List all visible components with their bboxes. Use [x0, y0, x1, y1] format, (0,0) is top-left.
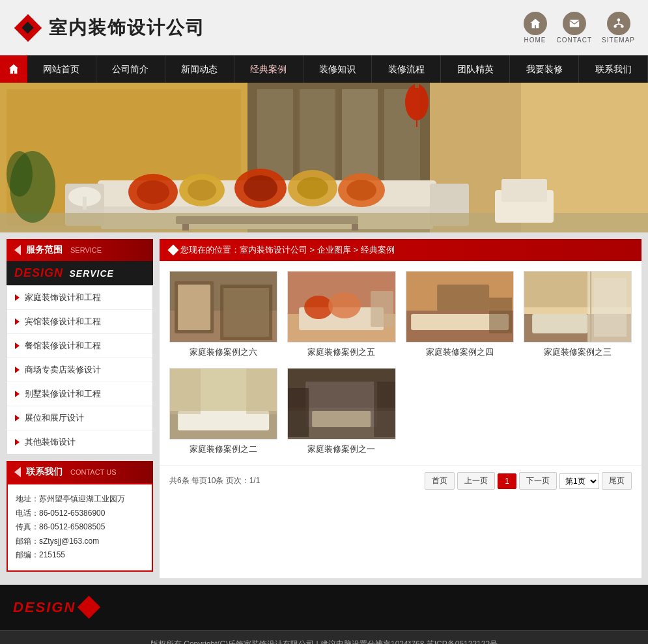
menu-item-label-6: 其他装饰设计	[25, 436, 76, 448]
gallery-label-3: 家庭装修案例之三	[544, 346, 612, 358]
nav-home-icon	[8, 63, 20, 75]
menu-arrow-icon	[15, 294, 20, 301]
svg-rect-41	[176, 216, 358, 224]
gallery-item-4[interactable]: 家庭装修案例之二	[169, 368, 277, 455]
pagination-buttons: 首页 上一页 1 下一页 第1页 尾页	[425, 472, 632, 490]
sidebar-service-title: 服务范围 SERVICE	[7, 239, 153, 261]
menu-item-home-deco[interactable]: 家庭装饰设计和工程	[7, 286, 152, 310]
svg-rect-38	[83, 197, 87, 210]
svg-point-3	[621, 25, 624, 28]
menu-arrow-icon-4	[15, 391, 20, 397]
banner-scene	[0, 83, 648, 232]
pagination-info: 共6条 每页10条 页次：1/1	[169, 475, 260, 486]
sitemap-icon-btn[interactable]: SITEMAP	[602, 12, 635, 44]
contact-label: CONTACT	[557, 36, 593, 44]
sidebar-service-label: 服务范围	[26, 244, 63, 256]
svg-line-6	[619, 24, 622, 25]
gallery-img-4	[170, 369, 277, 440]
nav-item-home[interactable]: 网站首页	[27, 55, 96, 83]
menu-item-label-1: 宾馆装修设计和工程	[25, 316, 101, 328]
gallery-img-0	[170, 272, 277, 343]
gallery-thumb-4	[169, 368, 277, 440]
menu-item-label-0: 家庭装饰设计和工程	[25, 292, 101, 303]
page-next-button[interactable]: 下一页	[519, 472, 557, 490]
gallery-label-0: 家庭装修案例之六	[190, 346, 257, 358]
footer-design-bar: DESIGN	[0, 585, 648, 630]
menu-item-hotel[interactable]: 宾馆装修设计和工程	[7, 310, 152, 334]
footer-copyright-text: 版权所有 Copyright(C)乐饰家装饰设计有限公司 | 建议电脑设置分辨率…	[150, 639, 498, 644]
footer-copyright-bar: 版权所有 Copyright(C)乐饰家装饰设计有限公司 | 建议电脑设置分辨率…	[0, 630, 648, 644]
menu-item-exhibition[interactable]: 展位和展厅设计	[7, 406, 152, 430]
menu-item-mall[interactable]: 商场专卖店装修设计	[7, 358, 152, 382]
nav-item-news[interactable]: 新闻动态	[165, 55, 234, 83]
sidebar-contact-sub: CONTACT US	[70, 468, 117, 476]
header: 室内装饰设计公司 HOME CONTACT SITEMAP	[0, 0, 648, 55]
svg-rect-68	[594, 278, 627, 337]
nav-item-team[interactable]: 团队精英	[441, 55, 510, 83]
home-icon-btn[interactable]: HOME	[524, 12, 547, 44]
sidebar-service-section: 服务范围 SERVICE DESIGN SERVICE 家庭装饰设计和工程 宾馆…	[7, 239, 153, 455]
gallery-label-2: 家庭装修案例之四	[426, 346, 494, 358]
svg-rect-0	[570, 20, 579, 27]
home-icon-circle	[524, 12, 547, 35]
gallery-thumb-1	[287, 271, 395, 343]
main-content: 服务范围 SERVICE DESIGN SERVICE 家庭装饰设计和工程 宾馆…	[0, 232, 648, 585]
gallery-item-2[interactable]: 家庭装修案例之四	[406, 271, 514, 358]
service-label: SERVICE	[69, 268, 113, 279]
contact-fax: 传真：86-0512-65808505	[16, 520, 144, 535]
sidebar-service-sub: SERVICE	[70, 246, 102, 254]
logo: 室内装饰设计公司	[13, 13, 205, 42]
menu-item-villa[interactable]: 别墅装修设计和工程	[7, 382, 152, 406]
header-icons: HOME CONTACT SITEMAP	[524, 12, 636, 44]
menu-arrow-icon-1	[15, 318, 20, 325]
sitemap-icon	[613, 18, 625, 29]
banner	[0, 83, 648, 232]
design-label: DESIGN	[14, 266, 63, 279]
contact-phone: 电话：86-0512-65386900	[16, 507, 144, 521]
gallery-thumb-0	[169, 271, 277, 343]
menu-item-restaurant[interactable]: 餐馆装修设计和工程	[7, 334, 152, 358]
gallery-img-3	[524, 272, 631, 343]
svg-point-26	[137, 180, 169, 204]
gallery-label-1: 家庭装修案例之五	[307, 346, 375, 358]
gallery-item-3[interactable]: 家庭装修案例之三	[524, 271, 632, 358]
nav-item-cases[interactable]: 经典案例	[234, 55, 303, 83]
breadcrumb-text: 您现在的位置：室内装饰设计公司 > 企业图库 > 经典案例	[180, 244, 395, 256]
svg-point-30	[244, 175, 277, 201]
nav-item-contact[interactable]: 联系我们	[579, 55, 648, 83]
page-select[interactable]: 第1页	[559, 473, 599, 489]
svg-rect-80	[288, 388, 309, 437]
nav-item-knowledge[interactable]: 装修知识	[303, 55, 373, 83]
nav-item-process[interactable]: 装修流程	[372, 55, 441, 83]
breadcrumb-bar: 您现在的位置：室内装饰设计公司 > 企业图库 > 经典案例	[160, 239, 641, 261]
gallery-item-0[interactable]: 家庭装修案例之六	[169, 271, 277, 358]
gallery-thumb-5	[287, 368, 395, 440]
menu-item-label-4: 别墅装修设计和工程	[25, 388, 101, 400]
menu-item-label-2: 餐馆装修设计和工程	[25, 340, 101, 352]
page-last-button[interactable]: 尾页	[602, 472, 632, 490]
svg-rect-73	[170, 369, 201, 414]
page-first-button[interactable]: 首页	[425, 472, 455, 490]
svg-rect-81	[374, 382, 395, 437]
page-prev-button[interactable]: 上一页	[457, 472, 495, 490]
svg-point-2	[613, 25, 617, 28]
nav-home-button[interactable]	[0, 55, 27, 83]
gallery-img-2	[406, 272, 513, 343]
sitemap-icon-circle	[607, 12, 630, 35]
sidebar-contact-title: 联系我们 CONTACT US	[7, 461, 153, 483]
gallery-item-5[interactable]: 家庭装修案例之一	[287, 368, 395, 455]
home-label: HOME	[524, 36, 546, 44]
footer-design-text: DESIGN	[13, 599, 76, 616]
menu-item-other[interactable]: 其他装饰设计	[7, 430, 152, 454]
svg-rect-79	[312, 411, 371, 427]
svg-line-5	[615, 24, 618, 25]
svg-rect-60	[437, 285, 489, 311]
page-number-button[interactable]: 1	[498, 473, 516, 489]
contact-icon-btn[interactable]: CONTACT	[557, 12, 593, 44]
contact-zip: 邮编：215155	[16, 548, 144, 563]
nav-item-decorate[interactable]: 我要装修	[510, 55, 579, 83]
nav-items: 网站首页 公司简介 新闻动态 经典案例 装修知识 装修流程 团队精英 我要装修 …	[27, 55, 648, 83]
home-icon	[529, 18, 541, 29]
nav-item-about[interactable]: 公司简介	[96, 55, 165, 83]
gallery-item-1[interactable]: 家庭装修案例之五	[287, 271, 395, 358]
